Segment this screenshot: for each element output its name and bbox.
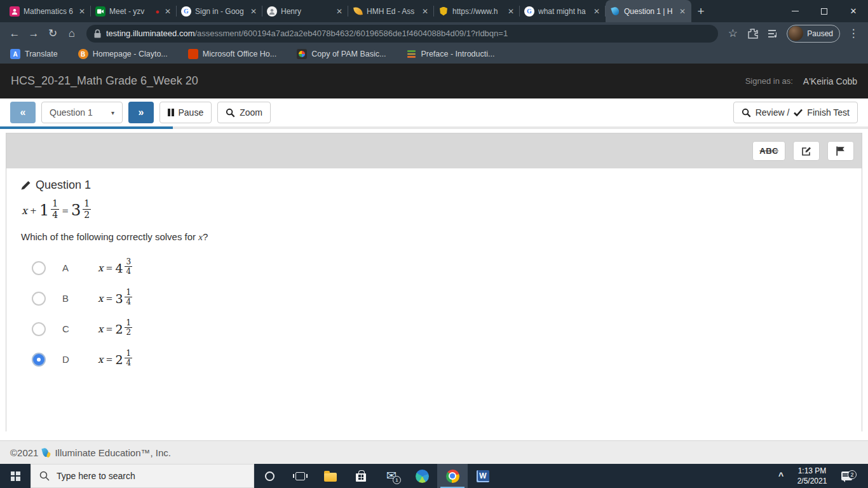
- question-tools-strip: ABC: [6, 133, 862, 168]
- option-letter: D: [62, 354, 75, 365]
- previous-question-button[interactable]: «: [10, 102, 36, 123]
- browser-forward-button[interactable]: →: [24, 25, 43, 43]
- tab-google-search[interactable]: G what might ha ✕: [520, 0, 606, 22]
- tab-hmh[interactable]: HMH Ed - Ass ✕: [348, 0, 434, 22]
- reload-button[interactable]: ↻: [43, 25, 62, 43]
- bookmark-office[interactable]: Microsoft Office Ho...: [188, 49, 276, 59]
- bookmark-pam[interactable]: Copy of PAM Basic...: [297, 49, 386, 59]
- browser-menu-icon[interactable]: ⋮: [844, 25, 863, 43]
- notes-button[interactable]: [793, 141, 820, 161]
- url-field[interactable]: testing.illuminateed.com/assessment/6001…: [86, 25, 718, 43]
- tab-meet[interactable]: Meet - yzv ● ✕: [91, 0, 177, 22]
- restore-button[interactable]: [810, 0, 839, 22]
- opt-whole: 3: [115, 292, 123, 306]
- bookmark-preface[interactable]: Preface - Introducti...: [406, 49, 494, 59]
- task-view-button[interactable]: [285, 464, 315, 488]
- question-heading: Question 1: [21, 179, 847, 192]
- tab-google-signin[interactable]: G Sign in - Goog ✕: [177, 0, 262, 22]
- option-letter: A: [62, 262, 75, 273]
- taskbar-clock[interactable]: 1:13 PM 2/5/2021: [792, 466, 832, 486]
- answer-option-B[interactable]: B x = 3 14: [32, 290, 847, 307]
- home-button[interactable]: ⌂: [62, 25, 81, 43]
- eq-fraction-2: 12: [83, 198, 91, 220]
- tab-question-active[interactable]: Question 1 | H ✕: [606, 0, 691, 22]
- close-window-button[interactable]: ✕: [839, 0, 868, 22]
- media-controls-icon[interactable]: [764, 25, 783, 43]
- content-area: ABC Question 1 x + 1 14 =: [0, 130, 868, 440]
- profile-button[interactable]: Paused: [787, 25, 840, 43]
- bookmark-translate[interactable]: A Translate: [10, 49, 58, 59]
- tab-title: Henry: [281, 7, 331, 16]
- zoom-button[interactable]: Zoom: [217, 102, 271, 123]
- question-prompt: Which of the following correctly solves …: [21, 231, 847, 243]
- review-finish-button[interactable]: Review / Finish Test: [733, 102, 858, 123]
- tab-title: Mathematics 6: [24, 7, 74, 16]
- tab-title: https://www.h: [452, 7, 503, 16]
- cortana-button[interactable]: [254, 464, 285, 488]
- close-icon[interactable]: ✕: [506, 7, 515, 16]
- close-icon[interactable]: ✕: [163, 7, 172, 16]
- close-icon[interactable]: ✕: [678, 7, 687, 16]
- magnifier-icon: [226, 108, 235, 118]
- flag-icon: [836, 146, 845, 156]
- browser-back-button[interactable]: ←: [5, 25, 24, 43]
- answer-option-D[interactable]: D x = 2 14: [32, 351, 847, 368]
- opt-equals: =: [105, 355, 112, 364]
- close-icon[interactable]: ✕: [421, 7, 430, 16]
- fraction-numerator: 3: [125, 257, 132, 267]
- option-answer-text: x = 4 34: [98, 259, 132, 277]
- google-icon: G: [181, 6, 191, 17]
- tab-https[interactable]: https://www.h ✕: [434, 0, 520, 22]
- extensions-puzzle-icon[interactable]: [743, 25, 763, 43]
- pencil-icon: [21, 180, 31, 190]
- tab-henry[interactable]: Henry ✕: [262, 0, 348, 22]
- next-question-button[interactable]: »: [128, 102, 154, 123]
- opt-var: x: [98, 293, 103, 304]
- answer-option-A[interactable]: A x = 4 34: [32, 259, 847, 276]
- answer-option-C[interactable]: C x = 2 12: [32, 320, 847, 337]
- url-domain: testing.illuminateed.com: [106, 29, 194, 38]
- tray-chevron-icon[interactable]: ^: [770, 471, 792, 481]
- stacked-lines-icon: [406, 49, 416, 59]
- start-button[interactable]: [0, 464, 31, 488]
- sync-paused-badge: Paused: [807, 29, 833, 38]
- option-radio-B[interactable]: [32, 292, 46, 306]
- close-icon[interactable]: ✕: [249, 7, 258, 16]
- file-explorer-button[interactable]: [315, 464, 346, 488]
- minimize-button[interactable]: [780, 0, 810, 22]
- tab-mathematics[interactable]: Mathematics 6 ✕: [5, 0, 91, 22]
- option-radio-D[interactable]: [32, 353, 46, 367]
- bookmark-star-icon[interactable]: ☆: [723, 25, 742, 43]
- signed-in-area: Signed in as: A'Keiria Cobb: [745, 76, 857, 86]
- close-icon[interactable]: ✕: [78, 7, 86, 16]
- close-icon[interactable]: ✕: [335, 7, 344, 16]
- edit-note-icon: [801, 146, 811, 156]
- page-footer: ©2021 Illuminate Education™, Inc.: [0, 440, 868, 464]
- google-meet-icon: [95, 6, 105, 17]
- new-tab-button[interactable]: +: [691, 0, 710, 22]
- opt-fraction: 14: [125, 288, 132, 306]
- opt-equals: =: [105, 263, 112, 273]
- question-select[interactable]: Question 1 ▾: [41, 102, 123, 123]
- bookmark-homepage[interactable]: B Homepage - Clayto...: [78, 49, 168, 59]
- microsoft-store-button[interactable]: [346, 464, 376, 488]
- action-center-button[interactable]: 2: [832, 471, 860, 480]
- taskbar-search-input[interactable]: Type here to search: [31, 464, 254, 488]
- pause-label: Pause: [179, 107, 204, 118]
- clock-time: 1:13 PM: [792, 466, 832, 476]
- opt-equals: =: [105, 324, 112, 334]
- prompt-variable: x: [198, 232, 203, 242]
- option-radio-C[interactable]: [32, 322, 46, 336]
- opt-whole: 2: [115, 353, 123, 367]
- close-icon[interactable]: ✕: [592, 7, 601, 16]
- chrome-button[interactable]: [437, 464, 468, 488]
- mail-button[interactable]: ✉ 1: [376, 464, 407, 488]
- flag-button[interactable]: [827, 141, 854, 161]
- edge-button[interactable]: [407, 464, 437, 488]
- notification-badge: 2: [848, 470, 857, 479]
- option-radio-A[interactable]: [32, 261, 46, 275]
- pause-button[interactable]: Pause: [159, 102, 212, 123]
- word-button[interactable]: W: [468, 464, 498, 488]
- restore-icon: [821, 8, 827, 15]
- answer-eliminator-button[interactable]: ABC: [752, 141, 785, 161]
